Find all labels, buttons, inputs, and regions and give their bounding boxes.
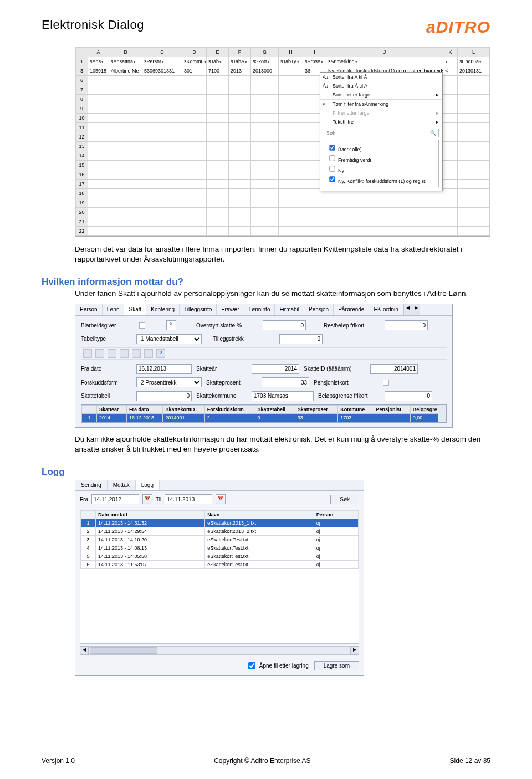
filter-search[interactable]: Søk🔍 — [324, 129, 439, 137]
filter-sTab[interactable]: sTab — [207, 57, 229, 66]
grid-scrollbar[interactable] — [438, 405, 446, 422]
tool-icon-5[interactable] — [132, 349, 141, 358]
check-ny-konflikt[interactable]: Ny, Konflikt: forskuddsform (1) og regis… — [326, 174, 436, 184]
logg-screenshot: Sending Mottak Logg Fra 📅 Til 📅 Søk Dato… — [75, 480, 364, 676]
clear-filter[interactable]: ▾Tøm filter fra sAnmerking — [320, 99, 442, 109]
sel-forskudd[interactable]: 2 Prosenttrekk — [136, 377, 202, 387]
logg-row[interactable]: 514.11.2013 - 14:05:58eSkattekortTest.tx… — [81, 552, 359, 561]
inp-skattetabell[interactable] — [136, 391, 192, 401]
save-as-button[interactable]: Lagre som — [314, 661, 359, 670]
sel-tabelltype[interactable]: 1 Månedstabell — [136, 334, 202, 344]
inp-skattear[interactable] — [252, 364, 299, 374]
tab-tilleggsinfo[interactable]: Tilleggsinfo — [180, 304, 217, 315]
sort-za[interactable]: Å↓Sorter fra Å til A — [320, 81, 442, 90]
tool-icon-3[interactable] — [108, 349, 116, 358]
search-button[interactable]: Søk — [330, 495, 359, 504]
logg-row[interactable]: 314.11.2013 - 14:10:20eSkattekortTest.tx… — [81, 536, 359, 544]
grid-row[interactable]: 12014 16.12.20132014001 20 331703 0,00 — [82, 413, 446, 422]
tabs-next-icon[interactable]: ▶ — [412, 304, 420, 315]
filter-sTabTy[interactable]: sTabTy — [279, 57, 303, 66]
tool-icon-2[interactable] — [95, 349, 104, 358]
skatt-form-screenshot: Person Lønn Skatt Kontering Tilleggsinfo… — [75, 304, 453, 428]
chk-open-after-save[interactable]: Åpne fil etter lagring — [246, 660, 309, 671]
tab-lonn[interactable]: Lønn — [103, 304, 125, 315]
lbl-tabelltype: Tabelltype — [81, 336, 132, 342]
lbl-pensjonist: Pensjonistkort — [314, 380, 376, 386]
tool-icon-4[interactable] — [120, 349, 129, 358]
check-ny[interactable]: Ny — [326, 163, 436, 174]
filter-dropdown-menu: A↓Sorter fra A til Å Å↓Sorter fra Å til … — [320, 72, 443, 191]
sort-az[interactable]: A↓Sorter fra A til Å — [320, 73, 442, 81]
filter-sPersnr[interactable]: sPersnr — [142, 57, 182, 66]
filter-sTabA[interactable]: sTabA — [229, 57, 251, 66]
filter-sAnsattna[interactable]: sAnsattna — [109, 57, 142, 66]
tab-logg[interactable]: Logg — [136, 480, 160, 490]
tab-ekordning[interactable]: EK-ordnin — [369, 304, 403, 315]
tab-fravaer[interactable]: Fravær — [217, 304, 244, 315]
inp-rest[interactable] — [385, 320, 428, 330]
tab-kontering[interactable]: Kontering — [146, 304, 180, 315]
lbl-logg-til: Til — [156, 496, 161, 503]
logg-row[interactable]: 214.11.2013 - 14:29:54eSkattekort2013_2.… — [81, 527, 359, 536]
calendar-icon[interactable]: 📅 — [142, 494, 152, 504]
check-fremtidig[interactable]: Fremtidig verdi — [326, 153, 436, 163]
tool-icon-6[interactable] — [144, 349, 153, 358]
inp-skatteprosent[interactable] — [262, 377, 309, 387]
inp-logg-fra[interactable] — [91, 494, 139, 504]
check-all[interactable]: (Merk alle) — [326, 142, 436, 153]
scroll-track[interactable] — [89, 646, 350, 655]
lbl-skatteid: SkatteID (ååååmm) — [304, 366, 366, 372]
tool-icon-1[interactable] — [83, 349, 92, 358]
footer-version: Versjon 1.0 — [42, 757, 75, 765]
inp-fra[interactable] — [136, 364, 192, 374]
tabs-prev-icon[interactable]: ◀ — [403, 304, 412, 315]
filter-sAnmerking[interactable]: sAnmerking — [326, 57, 443, 66]
filter-sEndrDa[interactable]: sEndrDa — [458, 57, 490, 66]
filter-sSkort[interactable]: sSkort — [251, 57, 279, 66]
lbl-fra: Fra dato — [81, 366, 132, 372]
scroll-right-icon[interactable]: ▶ — [350, 646, 359, 655]
tab-pensjon[interactable]: Pensjon — [304, 304, 334, 315]
inp-belop[interactable] — [385, 391, 432, 401]
paragraph-3: Du kan ikke ajourholde skattekortinforma… — [75, 434, 490, 454]
lbl-forskudd: Forskuddsform — [81, 380, 132, 386]
tool-icon-help[interactable]: ? — [156, 349, 165, 358]
lbl-rest: Restbeløp frikort — [324, 322, 380, 329]
filter-sAns[interactable]: sAns — [88, 57, 109, 66]
logg-row[interactable]: 414.11.2013 - 14:08:13eSkattekortTest.tx… — [81, 544, 359, 552]
filter-sProse[interactable]: sProse — [303, 57, 326, 66]
inp-skattekommune[interactable] — [252, 391, 314, 401]
logg-row[interactable]: 114.11.2013 - 14:31:32eSkattekort2013_1.… — [81, 519, 359, 527]
lbl-biarbeidsgiver: Biarbeidsgiver — [81, 322, 132, 329]
heading-logg: Logg — [42, 467, 490, 478]
inp-overstyrt[interactable] — [263, 320, 306, 330]
inp-logg-til[interactable] — [165, 494, 212, 504]
scroll-left-icon[interactable]: ◀ — [80, 646, 89, 655]
calendar-icon[interactable]: 📅 — [216, 494, 226, 504]
chk-biarbeidsgiver[interactable] — [139, 322, 146, 329]
tab-lonninfo[interactable]: Lønninfo — [244, 304, 275, 315]
excel-col-headers: ABC DEF GHI JKL — [76, 48, 490, 57]
text-filters[interactable]: Tekstfiltre▸ — [320, 117, 442, 126]
tab-person[interactable]: Person — [75, 304, 103, 315]
inp-tillegg[interactable] — [279, 334, 323, 344]
tab-skatt[interactable]: Skatt — [124, 304, 146, 315]
filter-checklist: (Merk alle) Fremtidig verdi Ny Ny, Konfl… — [324, 140, 439, 187]
footer-page-number: Side 12 av 35 — [450, 757, 490, 765]
chk-pensjonist[interactable] — [383, 379, 390, 386]
skatt-history-grid: SkatteårFra dato SkattekortIDForskuddsfo… — [81, 404, 447, 423]
tab-mottak[interactable]: Mottak — [108, 480, 136, 490]
scroll-thumb[interactable] — [90, 647, 157, 654]
tab-firmabil[interactable]: Firmabil — [275, 304, 304, 315]
footer-copyright: Copyright © Aditro Enterprise AS — [214, 757, 310, 765]
page-footer: Versjon 1.0 Copyright © Aditro Enterpris… — [42, 757, 490, 765]
logg-row[interactable]: 614.11.2013 - 11:53:07eSkattekortTest.tx… — [81, 561, 359, 569]
filter-sKommu[interactable]: sKommu — [182, 57, 207, 66]
filter-col-k[interactable] — [443, 57, 458, 66]
tab-parorende[interactable]: Pårørende — [334, 304, 369, 315]
page-title: Elektronisk Dialog — [42, 18, 144, 32]
lbl-skatteprosent: Skatteprosent — [206, 380, 257, 386]
inp-skatteid[interactable] — [370, 364, 418, 374]
tab-sending[interactable]: Sending — [75, 480, 108, 490]
sort-color[interactable]: Sorter etter farge▸ — [320, 90, 442, 99]
